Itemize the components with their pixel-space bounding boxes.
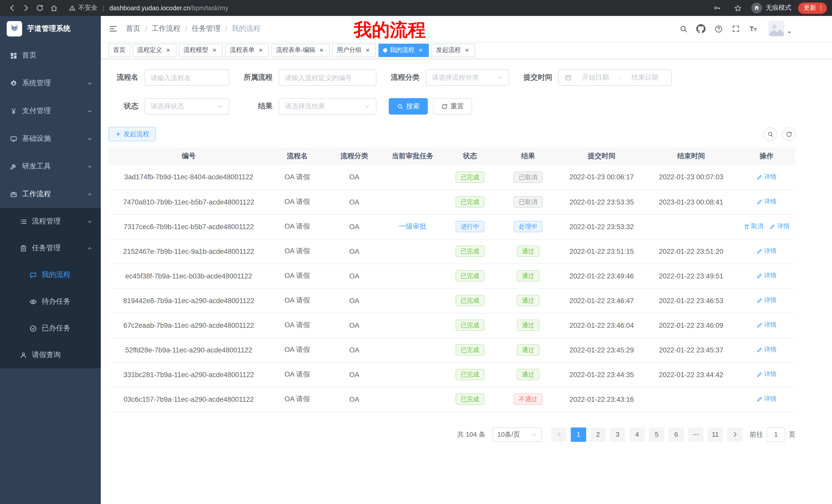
result-badge: 通过: [517, 270, 539, 282]
detail-link[interactable]: 详情: [756, 370, 777, 379]
detail-link[interactable]: 详情: [756, 395, 777, 403]
reload-button[interactable]: [33, 1, 47, 15]
tab-home[interactable]: 首页: [108, 44, 130, 57]
incognito-label: 无痕模式: [766, 4, 791, 12]
prev-page-button[interactable]: [551, 427, 567, 442]
more-pages-button[interactable]: [688, 427, 703, 442]
address-bar[interactable]: 不安全 | dashboard.yudao.iocoder.cn/bpm/tas…: [69, 4, 228, 12]
detail-link[interactable]: 详情: [756, 198, 777, 206]
page-button-11[interactable]: 11: [707, 427, 723, 442]
forward-button[interactable]: [19, 1, 33, 15]
header-search-button[interactable]: [677, 23, 690, 35]
process-name-input[interactable]: [151, 74, 223, 81]
tab-close-icon[interactable]: ×: [257, 47, 264, 54]
sidebar-item-home[interactable]: 首页: [0, 41, 101, 69]
tab-close-icon[interactable]: ×: [318, 47, 325, 54]
toggle-search-button[interactable]: [763, 128, 777, 141]
edit-icon: [756, 371, 762, 377]
tab-close-icon[interactable]: ×: [463, 47, 470, 54]
app-logo[interactable]: 芋道管理系统: [0, 16, 101, 41]
update-button[interactable]: 更新: [798, 2, 827, 13]
tab-process-form-edit[interactable]: 流程表单-编辑×: [271, 44, 330, 57]
sidebar-item-system[interactable]: 系统管理: [0, 69, 101, 97]
status-badge: 进行中: [456, 221, 485, 232]
help-button[interactable]: [712, 23, 725, 35]
chevron-down-icon: [87, 108, 93, 114]
home-button[interactable]: [47, 1, 61, 15]
page-button-6[interactable]: 6: [669, 427, 684, 442]
detail-link[interactable]: 详情: [770, 222, 789, 231]
tab-user-group[interactable]: 用户分组×: [332, 44, 376, 57]
tab-start-process[interactable]: 发起流程×: [432, 44, 475, 57]
detail-link[interactable]: 详情: [756, 296, 777, 305]
github-link[interactable]: [695, 23, 707, 35]
next-page-button[interactable]: [727, 427, 743, 442]
sidebar-item-devtools[interactable]: 研发工具: [0, 152, 101, 180]
incognito-icon: [751, 3, 762, 13]
submit-time-range-picker[interactable]: 开始日期 - 结束日期: [558, 69, 672, 86]
reset-button[interactable]: 重置: [433, 98, 472, 115]
sidebar-item-infrastructure[interactable]: 基础设施: [0, 125, 101, 152]
fullscreen-button[interactable]: [730, 23, 742, 35]
detail-link[interactable]: 详情: [756, 345, 777, 354]
tab-close-icon[interactable]: ×: [364, 47, 371, 54]
sidebar-item-task-management[interactable]: 任务管理: [0, 235, 101, 261]
page-button-2[interactable]: 2: [590, 427, 606, 442]
cell-end-time: 2022-01-22 23:45:37: [645, 338, 737, 362]
sidebar-item-todo-tasks[interactable]: 待办任务: [0, 288, 101, 315]
result-select[interactable]: 请选择流结果: [279, 98, 376, 115]
current-task-link[interactable]: 一级审批: [399, 222, 426, 230]
tab-label: 首页: [113, 46, 126, 54]
sidebar-item-done-tasks[interactable]: 已办任务: [0, 315, 101, 342]
cell-current-task: [383, 288, 442, 313]
page-button-1[interactable]: 1: [571, 427, 586, 442]
refresh-table-button[interactable]: [782, 128, 796, 141]
search-button[interactable]: 搜索: [389, 98, 428, 115]
start-process-button[interactable]: 发起流程: [108, 127, 156, 141]
tab-my-process[interactable]: 我的流程×: [379, 44, 429, 57]
search-icon: [397, 103, 404, 110]
page-size-value: 10条/页: [497, 430, 520, 439]
table-row: 331bc281-7b9a-11ec-a290-acde48001122 OA …: [108, 362, 796, 387]
tab-process-form[interactable]: 流程表单×: [225, 44, 269, 57]
cancel-link[interactable]: 取消: [743, 222, 763, 231]
page-button-4[interactable]: 4: [629, 427, 645, 442]
sidebar-item-payment[interactable]: 支付管理: [0, 97, 101, 125]
tab-close-icon[interactable]: ×: [211, 47, 218, 54]
wrench-icon: [10, 163, 18, 170]
category-select[interactable]: 请选择流程分类: [426, 69, 509, 86]
result-placeholder: 请选择流结果: [285, 102, 325, 111]
sidebar-item-process-management[interactable]: 流程管理: [0, 208, 101, 235]
tab-process-definition[interactable]: 流程定义×: [133, 44, 176, 57]
sidebar-item-workflow[interactable]: 工作流程: [0, 180, 101, 208]
col-header-submit-time: 提交时间: [558, 147, 645, 165]
sidebar-item-leave-query[interactable]: 请假查询: [0, 342, 101, 368]
breadcrumb-home[interactable]: 首页: [126, 24, 140, 33]
page-size-select[interactable]: 10条/页: [493, 427, 542, 442]
detail-link[interactable]: 详情: [756, 272, 777, 280]
tab-label: 流程定义: [137, 46, 162, 54]
detail-link[interactable]: 详情: [756, 173, 777, 181]
status-select[interactable]: 请选择状态: [145, 98, 229, 115]
back-button[interactable]: [5, 1, 19, 15]
page-content: 流程名 所属流程 流程分类 请选择流程分类: [101, 59, 832, 504]
sidebar-item-my-process[interactable]: 我的流程: [0, 261, 101, 288]
detail-link[interactable]: 详情: [756, 247, 777, 256]
tab-close-icon[interactable]: ×: [417, 47, 424, 54]
tab-label: 发起流程: [436, 46, 461, 54]
goto-unit: 页: [789, 430, 796, 439]
bookmark-star-button[interactable]: [731, 1, 745, 15]
col-header-name: 流程名: [269, 147, 326, 165]
page-button-3[interactable]: 3: [610, 427, 625, 442]
tab-close-icon[interactable]: ×: [164, 47, 172, 54]
goto-page-input[interactable]: [767, 427, 785, 442]
page-button-5[interactable]: 5: [649, 427, 665, 442]
user-menu[interactable]: [769, 21, 792, 36]
detail-link[interactable]: 详情: [756, 321, 777, 330]
password-key-button[interactable]: [710, 1, 724, 15]
sidebar-toggle-button[interactable]: [108, 24, 118, 33]
font-size-button[interactable]: [747, 23, 759, 35]
chevron-down-icon: [497, 75, 503, 81]
tab-process-model[interactable]: 流程模型×: [179, 44, 223, 57]
process-definition-input[interactable]: [285, 74, 370, 81]
